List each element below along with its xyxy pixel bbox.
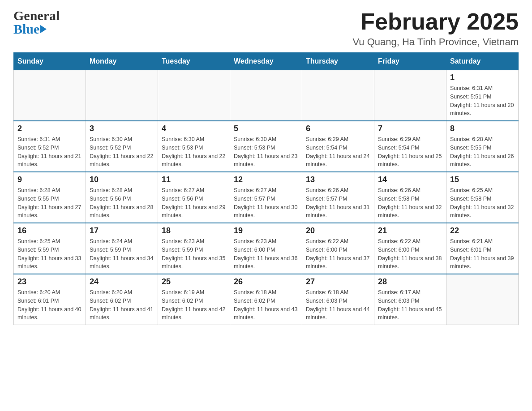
calendar-day-cell: 17Sunrise: 6:24 AMSunset: 5:59 PMDayligh… [86, 223, 158, 274]
calendar-day-cell [446, 274, 519, 325]
day-info: Sunrise: 6:27 AMSunset: 5:57 PMDaylight:… [234, 186, 298, 220]
day-number: 1 [450, 73, 515, 82]
calendar-title-block: February 2025 Vu Quang, Ha Tinh Province… [352, 9, 519, 48]
day-info: Sunrise: 6:27 AMSunset: 5:56 PMDaylight:… [162, 186, 226, 220]
col-header-wednesday: Wednesday [230, 53, 302, 70]
day-info: Sunrise: 6:30 AMSunset: 5:53 PMDaylight:… [162, 135, 226, 169]
calendar-day-cell: 4Sunrise: 6:30 AMSunset: 5:53 PMDaylight… [158, 121, 230, 172]
day-number: 25 [162, 277, 226, 287]
calendar-day-cell: 7Sunrise: 6:29 AMSunset: 5:54 PMDaylight… [374, 121, 446, 172]
day-info: Sunrise: 6:30 AMSunset: 5:52 PMDaylight:… [90, 135, 154, 169]
page-header: General Blue February 2025 Vu Quang, Ha … [13, 9, 519, 48]
calendar-day-cell: 11Sunrise: 6:27 AMSunset: 5:56 PMDayligh… [158, 172, 230, 223]
day-info: Sunrise: 6:25 AMSunset: 5:58 PMDaylight:… [450, 186, 515, 220]
day-number: 20 [306, 226, 370, 235]
calendar-title: February 2025 [352, 9, 519, 34]
calendar-day-cell: 12Sunrise: 6:27 AMSunset: 5:57 PMDayligh… [230, 172, 302, 223]
col-header-friday: Friday [374, 53, 446, 70]
calendar-day-cell: 8Sunrise: 6:28 AMSunset: 5:55 PMDaylight… [446, 121, 519, 172]
logo-line1: General [13, 9, 60, 22]
calendar-day-cell: 26Sunrise: 6:18 AMSunset: 6:02 PMDayligh… [230, 274, 302, 325]
day-number: 4 [162, 124, 226, 133]
day-info: Sunrise: 6:28 AMSunset: 5:55 PMDaylight:… [450, 135, 515, 169]
day-info: Sunrise: 6:18 AMSunset: 6:02 PMDaylight:… [234, 288, 298, 322]
day-info: Sunrise: 6:31 AMSunset: 5:51 PMDaylight:… [450, 84, 515, 118]
day-number: 2 [17, 124, 82, 133]
day-number: 3 [90, 124, 154, 133]
calendar-day-cell: 22Sunrise: 6:21 AMSunset: 6:01 PMDayligh… [446, 223, 519, 274]
calendar-day-cell [302, 70, 374, 121]
calendar-day-cell: 25Sunrise: 6:19 AMSunset: 6:02 PMDayligh… [158, 274, 230, 325]
day-info: Sunrise: 6:17 AMSunset: 6:03 PMDaylight:… [378, 288, 442, 322]
calendar-day-cell: 14Sunrise: 6:26 AMSunset: 5:58 PMDayligh… [374, 172, 446, 223]
col-header-sunday: Sunday [14, 53, 86, 70]
calendar-day-cell: 16Sunrise: 6:25 AMSunset: 5:59 PMDayligh… [14, 223, 86, 274]
day-number: 18 [162, 226, 226, 235]
day-number: 10 [90, 175, 154, 184]
day-info: Sunrise: 6:23 AMSunset: 6:00 PMDaylight:… [234, 237, 298, 271]
day-info: Sunrise: 6:20 AMSunset: 6:02 PMDaylight:… [90, 288, 154, 322]
calendar-day-cell: 1Sunrise: 6:31 AMSunset: 5:51 PMDaylight… [446, 70, 519, 121]
day-number: 22 [450, 226, 515, 235]
calendar-header-row: SundayMondayTuesdayWednesdayThursdayFrid… [14, 53, 519, 70]
day-info: Sunrise: 6:29 AMSunset: 5:54 PMDaylight:… [378, 135, 442, 169]
logo-arrow-icon [40, 25, 47, 33]
calendar-day-cell: 18Sunrise: 6:23 AMSunset: 5:59 PMDayligh… [158, 223, 230, 274]
day-number: 5 [234, 124, 298, 133]
day-number: 15 [450, 175, 515, 184]
col-header-monday: Monday [86, 53, 158, 70]
day-number: 9 [17, 175, 82, 184]
calendar-week-row: 2Sunrise: 6:31 AMSunset: 5:52 PMDaylight… [14, 121, 519, 172]
day-info: Sunrise: 6:24 AMSunset: 5:59 PMDaylight:… [90, 237, 154, 271]
day-info: Sunrise: 6:22 AMSunset: 6:00 PMDaylight:… [378, 237, 442, 271]
day-info: Sunrise: 6:22 AMSunset: 6:00 PMDaylight:… [306, 237, 370, 271]
day-number: 16 [17, 226, 82, 235]
day-info: Sunrise: 6:18 AMSunset: 6:03 PMDaylight:… [306, 288, 370, 322]
calendar-day-cell: 6Sunrise: 6:29 AMSunset: 5:54 PMDaylight… [302, 121, 374, 172]
day-number: 14 [378, 175, 442, 184]
day-number: 8 [450, 124, 515, 133]
calendar-day-cell: 19Sunrise: 6:23 AMSunset: 6:00 PMDayligh… [230, 223, 302, 274]
calendar-day-cell: 3Sunrise: 6:30 AMSunset: 5:52 PMDaylight… [86, 121, 158, 172]
day-info: Sunrise: 6:20 AMSunset: 6:01 PMDaylight:… [17, 288, 82, 322]
calendar-week-row: 23Sunrise: 6:20 AMSunset: 6:01 PMDayligh… [14, 274, 519, 325]
day-number: 23 [17, 277, 82, 287]
day-number: 6 [306, 124, 370, 133]
calendar-day-cell: 27Sunrise: 6:18 AMSunset: 6:03 PMDayligh… [302, 274, 374, 325]
calendar-day-cell [158, 70, 230, 121]
day-number: 17 [90, 226, 154, 235]
calendar-week-row: 1Sunrise: 6:31 AMSunset: 5:51 PMDaylight… [14, 70, 519, 121]
calendar-day-cell: 13Sunrise: 6:26 AMSunset: 5:57 PMDayligh… [302, 172, 374, 223]
day-number: 11 [162, 175, 226, 184]
calendar-day-cell: 2Sunrise: 6:31 AMSunset: 5:52 PMDaylight… [14, 121, 86, 172]
day-info: Sunrise: 6:21 AMSunset: 6:01 PMDaylight:… [450, 237, 515, 271]
day-number: 19 [234, 226, 298, 235]
calendar-day-cell [374, 70, 446, 121]
day-info: Sunrise: 6:25 AMSunset: 5:59 PMDaylight:… [17, 237, 82, 271]
calendar-day-cell [14, 70, 86, 121]
logo: General Blue [13, 9, 60, 36]
day-number: 27 [306, 277, 370, 287]
calendar-subtitle: Vu Quang, Ha Tinh Province, Vietnam [352, 36, 519, 48]
day-info: Sunrise: 6:28 AMSunset: 5:56 PMDaylight:… [90, 186, 154, 220]
calendar-week-row: 16Sunrise: 6:25 AMSunset: 5:59 PMDayligh… [14, 223, 519, 274]
calendar-table: SundayMondayTuesdayWednesdayThursdayFrid… [13, 52, 519, 325]
day-number: 24 [90, 277, 154, 287]
calendar-day-cell: 9Sunrise: 6:28 AMSunset: 5:55 PMDaylight… [14, 172, 86, 223]
day-number: 12 [234, 175, 298, 184]
day-info: Sunrise: 6:29 AMSunset: 5:54 PMDaylight:… [306, 135, 370, 169]
day-number: 13 [306, 175, 370, 184]
day-info: Sunrise: 6:30 AMSunset: 5:53 PMDaylight:… [234, 135, 298, 169]
calendar-day-cell: 15Sunrise: 6:25 AMSunset: 5:58 PMDayligh… [446, 172, 519, 223]
calendar-day-cell: 24Sunrise: 6:20 AMSunset: 6:02 PMDayligh… [86, 274, 158, 325]
col-header-thursday: Thursday [302, 53, 374, 70]
day-number: 28 [378, 277, 442, 287]
calendar-day-cell [86, 70, 158, 121]
calendar-day-cell: 28Sunrise: 6:17 AMSunset: 6:03 PMDayligh… [374, 274, 446, 325]
logo-line2: Blue [13, 22, 47, 36]
col-header-tuesday: Tuesday [158, 53, 230, 70]
col-header-saturday: Saturday [446, 53, 519, 70]
calendar-day-cell: 5Sunrise: 6:30 AMSunset: 5:53 PMDaylight… [230, 121, 302, 172]
day-number: 21 [378, 226, 442, 235]
calendar-day-cell: 21Sunrise: 6:22 AMSunset: 6:00 PMDayligh… [374, 223, 446, 274]
